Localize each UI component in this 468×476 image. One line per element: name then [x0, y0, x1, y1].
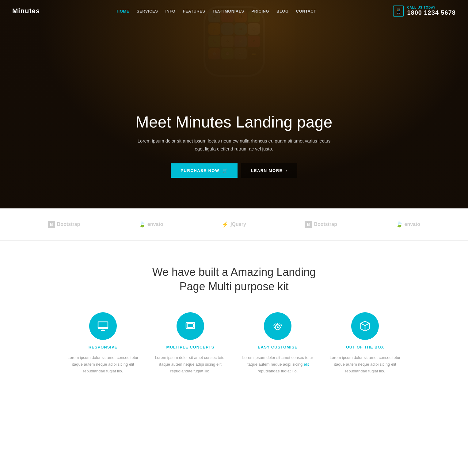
brand-bootstrap-1: B Bootstrap — [48, 221, 80, 228]
highlight-text: elit — [304, 362, 309, 367]
feature-easy-customise: EASY CUSTOMISE Lorem ipsum dolor sit ame… — [240, 312, 315, 375]
nav-contact[interactable]: CONTACT — [296, 9, 316, 13]
envato-icon-1: 🍃 — [139, 221, 146, 228]
responsive-icon — [89, 312, 117, 340]
nav-home[interactable]: HOME — [117, 9, 129, 13]
brand-bootstrap-2: B Bootstrap — [305, 221, 337, 228]
phone-icon: 📱 — [393, 6, 404, 17]
main-nav: HOME SERVICES INFO FEATURES TESTIMONIALS… — [117, 9, 316, 13]
nav-testimonials[interactable]: TESTIMONIALS — [213, 9, 244, 13]
svg-rect-5 — [187, 324, 193, 327]
out-of-box-desc: Lorem ipsum dolor sit amet consec tetur … — [328, 354, 403, 375]
hero-section: 🗺 ♪ 13 ⏱ 🏃 🌐 ✉ 🕐 📞 ⚙ 🔊 ❤ 🌸 💬 📷 💳 — [0, 0, 468, 208]
responsive-desc: Lorem ipsum dolor sit amet consec tetur … — [66, 354, 141, 375]
nav-pricing[interactable]: PRICING — [251, 9, 269, 13]
purchase-now-button[interactable]: PURCHASE NOW 🛒 — [171, 163, 238, 178]
out-of-box-label: OUT OF THE BOX — [346, 345, 384, 349]
multiple-concepts-icon — [177, 312, 204, 340]
phone-block: 📱 CALL US TODAY 1800 1234 5678 — [393, 6, 456, 17]
easy-customise-icon — [264, 312, 291, 340]
features-section: We have built a Amazing Landing Page Mul… — [0, 241, 468, 393]
feature-out-of-box: OUT OF THE BOX Lorem ipsum dolor sit ame… — [328, 312, 403, 375]
learn-more-button[interactable]: LEARN MORE › — [241, 163, 297, 178]
features-grid: RESPONSIVE Lorem ipsum dolor sit amet co… — [66, 312, 403, 375]
hero-title: Meet Minutes Landing page — [133, 113, 335, 131]
phone-number: 1800 1234 5678 — [407, 9, 456, 16]
hero-content: Meet Minutes Landing page Lorem ipsum do… — [127, 113, 341, 178]
nav-services[interactable]: SERVICES — [137, 9, 158, 13]
phone-text: CALL US TODAY 1800 1234 5678 — [407, 6, 456, 16]
jquery-icon: ⚡ — [222, 221, 229, 228]
envato-icon-2: 🍃 — [396, 221, 403, 228]
brand-jquery: ⚡ jQuery — [222, 221, 246, 228]
svg-point-10 — [273, 323, 277, 326]
header: Minutes HOME SERVICES INFO FEATURES TEST… — [0, 0, 468, 22]
brand-envato-1: 🍃 envato — [139, 221, 163, 228]
call-label: CALL US TODAY — [407, 6, 456, 9]
easy-customise-desc: Lorem ipsum dolor sit amet consec tetur … — [240, 354, 315, 375]
bootstrap-icon-2: B — [305, 221, 312, 228]
multiple-concepts-desc: Lorem ipsum dolor sit amet consec tetur … — [153, 354, 228, 375]
hero-subtitle: Lorem ipsum dolor sit amet ipsum lectus … — [133, 137, 335, 153]
bootstrap-icon-1: B — [48, 221, 55, 228]
features-title: We have built a Amazing Landing Page Mul… — [142, 265, 326, 294]
svg-point-11 — [278, 323, 282, 326]
chevron-right-icon: › — [286, 168, 287, 173]
svg-point-7 — [277, 326, 279, 328]
brand-envato-2: 🍃 envato — [396, 221, 420, 228]
easy-customise-label: EASY CUSTOMISE — [258, 345, 298, 349]
logo: Minutes — [12, 7, 40, 15]
hero-buttons: PURCHASE NOW 🛒 LEARN MORE › — [133, 163, 335, 178]
feature-responsive: RESPONSIVE Lorem ipsum dolor sit amet co… — [66, 312, 141, 375]
cart-icon: 🛒 — [223, 168, 228, 173]
multiple-concepts-label: MULTIPLE CONCEPTS — [166, 345, 215, 349]
nav-features[interactable]: FEATURES — [183, 9, 205, 13]
brands-section: B Bootstrap 🍃 envato ⚡ jQuery B Bootstra… — [0, 208, 468, 241]
out-of-box-icon — [351, 312, 379, 340]
feature-multiple-concepts: MULTIPLE CONCEPTS Lorem ipsum dolor sit … — [153, 312, 228, 375]
responsive-label: RESPONSIVE — [89, 345, 118, 349]
nav-info[interactable]: INFO — [165, 9, 175, 13]
nav-blog[interactable]: BLOG — [276, 9, 289, 13]
